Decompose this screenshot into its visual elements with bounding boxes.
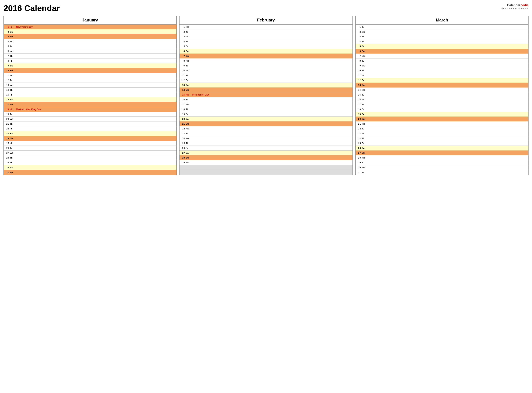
brand-tagline: Your source for calendars: [501, 7, 528, 10]
day-number: 8: [180, 59, 186, 62]
month-march: March1Tu2We3Th4Fr5Sa6Su7Mo8Tu9We10Th11Fr…: [355, 16, 528, 175]
month-february: February1Mo2Tu3We4Th5Fr6Sa7Su8Mo9Tu10We1…: [179, 16, 352, 175]
day-name: Fr: [186, 113, 192, 115]
day-name: Fr: [362, 40, 368, 43]
day-row: 21Th: [4, 122, 176, 126]
day-row: 29Tu: [356, 160, 528, 165]
day-name: Tu: [362, 161, 368, 164]
day-name: We: [10, 84, 16, 86]
day-name: Sa: [362, 113, 368, 115]
filler-row: [180, 170, 352, 175]
day-number: 13: [356, 84, 362, 86]
day-row: 17We: [180, 102, 352, 107]
day-number: 17: [4, 103, 10, 106]
day-name: We: [362, 132, 368, 135]
day-number: 5: [180, 45, 186, 48]
day-number: 6: [4, 50, 10, 52]
day-name: Mo: [10, 40, 16, 43]
day-number: 20: [356, 118, 362, 120]
day-number: 28: [180, 157, 186, 159]
day-name: Sa: [10, 132, 16, 135]
day-row: 22Tu: [356, 126, 528, 131]
day-number: 7: [356, 55, 362, 57]
day-row: 2Tu: [180, 29, 352, 34]
day-number: 13: [180, 84, 186, 86]
month-header-february: February: [180, 16, 352, 25]
day-name: Mo: [10, 142, 16, 144]
day-number: 24: [180, 137, 186, 140]
day-row: 8Fr: [4, 59, 176, 63]
day-number: 12: [356, 79, 362, 82]
page-title: 2016 Calendar: [4, 4, 60, 13]
day-name: Tu: [362, 127, 368, 130]
day-number: 20: [4, 118, 10, 120]
day-row: 17Th: [356, 102, 528, 107]
header-area: 2016 Calendar Calendarpedia Your source …: [4, 4, 528, 13]
day-number: 14: [356, 88, 362, 91]
day-name: Sa: [186, 118, 192, 120]
day-name: Sa: [186, 152, 192, 154]
day-number: 23: [4, 132, 10, 135]
day-row: 1Mo: [180, 25, 352, 29]
day-name: Su: [10, 171, 16, 174]
day-row: 12Tu: [4, 78, 176, 83]
day-row: 13Su: [356, 83, 528, 88]
day-name: Th: [362, 137, 368, 140]
day-number: 19: [180, 113, 186, 115]
day-number: 21: [356, 123, 362, 125]
day-name: Sa: [362, 45, 368, 48]
day-number: 27: [180, 152, 186, 154]
month-january: January1FrNew Year's Day2Sa3Su4Mo5Tu6We7…: [4, 16, 177, 175]
day-number: 25: [4, 142, 10, 144]
day-row: 13Sa: [180, 83, 352, 88]
day-name: Mo: [362, 123, 368, 125]
day-number: 21: [4, 123, 10, 125]
calendars-container: January1FrNew Year's Day2Sa3Su4Mo5Tu6We7…: [4, 16, 528, 175]
day-row: 1Tu: [356, 25, 528, 29]
day-name: Th: [10, 123, 16, 125]
day-name: We: [362, 64, 368, 67]
day-row: 15Tu: [356, 92, 528, 97]
day-number: 1: [4, 26, 10, 28]
day-number: 22: [180, 127, 186, 130]
day-number: 23: [356, 132, 362, 135]
day-name: Su: [186, 88, 192, 91]
day-row: 26Sa: [356, 146, 528, 151]
day-name: Tu: [186, 98, 192, 101]
day-row: 18Th: [180, 107, 352, 112]
day-name: Th: [362, 35, 368, 38]
day-name: Su: [186, 157, 192, 159]
day-number: 7: [4, 55, 10, 57]
day-row: 14Th: [4, 88, 176, 92]
day-row: 27We: [4, 151, 176, 155]
day-row: 28Su: [180, 155, 352, 160]
day-row: 16Tu: [180, 97, 352, 102]
day-row: 29Mo: [180, 160, 352, 165]
day-row: 19Fr: [180, 112, 352, 117]
day-row: 16Sa: [4, 97, 176, 102]
day-row: 20We: [4, 117, 176, 122]
day-name: Mo: [10, 74, 16, 77]
day-name: Tu: [362, 93, 368, 96]
day-name: We: [362, 98, 368, 101]
day-row: 11Fr: [356, 73, 528, 78]
day-name: Sa: [10, 30, 16, 33]
day-number: 26: [356, 147, 362, 149]
day-row: 18MoMartin Luther King Day: [4, 107, 176, 112]
day-number: 8: [4, 59, 10, 62]
day-number: 30: [4, 166, 10, 169]
day-name: Fr: [186, 147, 192, 149]
day-number: 23: [180, 132, 186, 135]
day-row: 11Th: [180, 73, 352, 78]
day-number: 29: [4, 161, 10, 164]
day-number: 7: [180, 55, 186, 57]
day-name: Th: [362, 69, 368, 72]
day-name: Su: [10, 137, 16, 140]
day-number: 14: [4, 88, 10, 91]
day-row: 31Su: [4, 170, 176, 175]
day-row: 12Sa: [356, 78, 528, 83]
day-name: Tu: [362, 26, 368, 28]
day-name: Th: [362, 171, 368, 174]
day-row: 30Sa: [4, 165, 176, 170]
day-name: Mo: [10, 108, 16, 111]
